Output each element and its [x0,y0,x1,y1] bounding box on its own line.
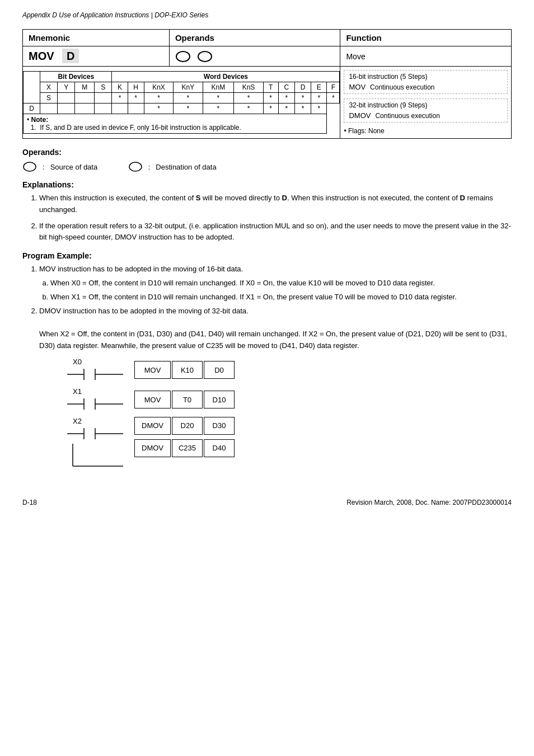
dmov-continuous-row: DMOV Continuous execution [349,111,503,120]
page-header: Appendix D Use of Application Instructio… [22,11,512,19]
explanation-item-1: When this instruction is executed, the c… [39,192,512,216]
explanations-list: When this instruction is executed, the c… [39,192,512,243]
prog-item-1b: When X1 = Off, the content in D10 will r… [50,292,512,303]
dest-circle-icon [197,50,213,63]
s-word-kns: * [234,93,263,104]
d-word-k [95,104,112,114]
s-word-e: * [311,93,327,104]
s-word-f: * [327,93,340,104]
prog-item-1: MOV instruction has to be adopted in the… [39,264,512,303]
operands-cell [169,46,340,67]
d-word-kns: * [203,104,234,114]
s-word-kny: * [174,93,203,104]
bit-col-y: Y [58,82,75,93]
contact-x0-symbol [67,366,123,383]
word-col-k: K [112,82,128,93]
mov-continuous-row: MOV Continuous execution [349,83,503,91]
s-word-knm: * [203,93,234,104]
word-devices-header: Word Devices [112,72,340,82]
contact-group-x2: X2 [67,417,134,476]
op2-box-1: D0 [204,361,235,379]
instr-box-4: DMOV [134,439,171,457]
svg-point-1 [198,51,212,62]
word-col-e: E [311,82,327,93]
s-bit-m [75,93,95,104]
d-word-t: * [234,104,263,114]
s-word-k: * [112,93,128,104]
d-word-knm: * [174,104,203,114]
flags-text: • Flags: None [344,127,508,135]
ladder-row-2: X1 MOV T0 D10 [67,387,512,412]
program-example-list: MOV instruction has to be adopted in the… [39,264,512,352]
contact-x2-symbol [67,425,123,442]
instr-box-2: MOV [134,391,171,408]
contact-x1-symbol [67,396,123,412]
operands-section: Operands: : Source of data : Destination… [22,148,512,172]
dmov-boxes-col: DMOV D20 D30 DMOV C235 D40 [134,417,235,457]
page-number: D-18 [22,499,37,506]
d-word-kny: * [144,104,173,114]
s-word-t: * [263,93,278,104]
d-word-e: * [294,104,311,114]
note-row: • Note: 1. If S, and D are used in devic… [24,114,340,134]
function-text-cell: Move [340,46,512,67]
instr-box-3: DMOV [134,417,171,435]
op1-box-4: C235 [172,439,203,457]
s-word-h: * [128,93,144,104]
d-word-f: * [311,104,327,114]
function-header: Function [340,30,512,46]
word-col-kny: KnY [174,82,203,93]
s-word-knx: * [144,93,173,104]
operand-symbols-row: : Source of data : Destination of data [22,161,512,172]
word-col-c: C [278,82,294,93]
row-s: S * * * * * * * * * * * [24,93,340,104]
op1-box-2: T0 [172,391,203,408]
d-word-d: * [278,104,294,114]
ladder-row-1: X0 MOV K10 D0 [67,358,512,383]
bit-col-s: S [95,82,112,93]
word-col-h: H [128,82,144,93]
vline-x2 [67,444,123,475]
s-label: S [40,93,58,104]
source-operand-circle [22,161,37,172]
bit-col-x: X [40,82,58,93]
svg-point-0 [176,51,190,62]
ladder-row-3-boxes: DMOV D20 D30 [134,417,235,435]
32bit-function-box: 32-bit instruction (9 Steps) DMOV Contin… [344,98,508,123]
s-bit-y [58,93,75,104]
ladder-row-4-boxes: DMOV C235 D40 [134,439,235,457]
op1-box-1: K10 [172,361,203,379]
s-word-c: * [278,93,294,104]
note-cell: • Note: 1. If S, and D are used in devic… [24,114,327,134]
d-bit-m [58,104,75,114]
op2-box-2: D10 [204,391,235,408]
ladder-row-3-4-group: X2 DMOV D20 [67,417,512,476]
d-word-c: * [263,104,278,114]
word-col-t: T [263,82,278,93]
word-col-kns: KnS [234,82,263,93]
word-col-knm: KnM [203,82,234,93]
program-example-section: Program Example: MOV instruction has to … [22,251,512,352]
operands-title: Operands: [22,148,512,157]
explanation-item-2: If the operation result refers to a 32-b… [39,220,512,244]
s-word-d: * [294,93,311,104]
instr-box-1: MOV [134,361,171,379]
mov-cell: MOV D [23,46,170,67]
mnemonic-header: Mnemonic [23,30,170,46]
prog-item-2: DMOV instruction has to be adopted in th… [39,306,512,352]
d-bit-s [75,104,95,114]
svg-point-2 [24,162,36,171]
prog-item-1a: When X0 = Off, the content in D10 will r… [50,278,512,289]
bit-devices-header: Bit Devices [40,72,112,82]
row-d: D * * * * * * * * [24,104,340,114]
d-label: D [24,104,40,114]
explanations-section: Explanations: When this instruction is e… [22,180,512,243]
revision-info: Revision March, 2008, Doc. Name: 2007PDD… [346,499,512,506]
page-footer: D-18 Revision March, 2008, Doc. Name: 20… [22,499,512,506]
source-circle-icon [175,50,191,63]
word-col-knx: KnX [144,82,173,93]
contact-group-x1: X1 [67,387,134,412]
op2-box-4: D40 [204,439,235,457]
word-col-d: D [294,82,311,93]
contact-group-x0: X0 [67,358,134,383]
